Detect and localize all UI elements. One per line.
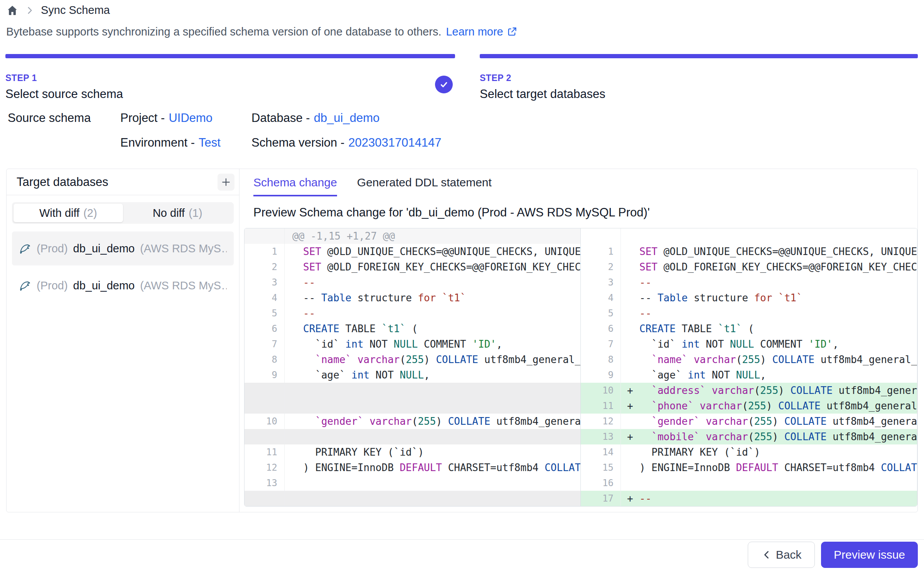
tab-generated-ddl[interactable]: Generated DDL statement — [357, 176, 492, 196]
schema-diff-view: @@ -1,15 +1,27 @@1SET @OLD_UNIQUE_CHECKS… — [244, 228, 917, 507]
diff-row-new: 8 `name` varchar(255) COLLATE utf8mb4_ge… — [581, 352, 917, 367]
tab-schema-change[interactable]: Schema change — [253, 176, 337, 196]
main-card: Target databases With diff (2) No diff (… — [6, 169, 918, 512]
step-1: STEP 1 Select source schema — [5, 54, 455, 101]
step-1-progress-bar — [5, 54, 455, 58]
code-line: + `mobile` varchar(255) COLLATE utf8mb4_… — [621, 429, 917, 444]
diff-left-pane: @@ -1,15 +1,27 @@1SET @OLD_UNIQUE_CHECKS… — [244, 228, 581, 506]
code-line — [285, 398, 580, 414]
database-environment: (Prod) — [37, 279, 68, 292]
diff-row-old: 13 — [244, 475, 580, 491]
step-1-title: Select source schema — [5, 87, 455, 101]
target-databases-title: Target databases — [17, 175, 108, 189]
back-button-label: Back — [776, 548, 802, 561]
code-line: CREATE TABLE `t1` ( — [621, 321, 917, 336]
diff-row-new: 9 `age` int NOT NULL, — [581, 367, 917, 383]
code-line: SET @OLD_FOREIGN_KEY_CHECKS=@@FOREIGN_KE… — [285, 259, 580, 275]
line-number: 10 — [244, 414, 285, 429]
code-line — [285, 475, 580, 491]
diff-row-new: 5-- — [581, 306, 917, 321]
line-number — [244, 383, 285, 398]
diff-right-pane: 1SET @OLD_UNIQUE_CHECKS=@@UNIQUE_CHECKS,… — [581, 228, 917, 506]
diff-row-old: 7 `id` int NOT NULL COMMENT 'ID', — [244, 336, 580, 352]
diff-row-new: 14 PRIMARY KEY (`id`) — [581, 444, 917, 460]
environment-label: Environment - — [120, 136, 195, 150]
environment-link[interactable]: Test — [199, 136, 221, 150]
line-number: 14 — [581, 444, 621, 460]
schema-version-link[interactable]: 20230317014147 — [348, 136, 441, 150]
add-target-database-button[interactable] — [218, 174, 234, 191]
page-description: Bytebase supports synchronizing a specif… — [6, 25, 441, 38]
code-line: PRIMARY KEY (`id`) — [285, 444, 580, 460]
diff-row-new: 4-- Table structure for `t1` — [581, 290, 917, 306]
code-line: `age` int NOT NULL, — [621, 367, 917, 383]
code-line: `age` int NOT NULL, — [285, 367, 580, 383]
code-line: CREATE TABLE `t1` ( — [285, 321, 580, 336]
diff-row-new: 6CREATE TABLE `t1` ( — [581, 321, 917, 336]
diff-row-old: 6CREATE TABLE `t1` ( — [244, 321, 580, 336]
added-line-sign: + — [627, 383, 633, 398]
page-description-row: Bytebase supports synchronizing a specif… — [6, 25, 517, 38]
line-number — [244, 429, 285, 444]
chevron-right-icon — [25, 5, 35, 15]
footer-divider — [0, 539, 924, 540]
line-number: 15 — [581, 460, 621, 475]
database-label: Database - — [251, 111, 310, 125]
learn-more-link[interactable]: Learn more — [446, 25, 517, 38]
line-number: 5 — [244, 306, 285, 321]
code-line: + `phone` varchar(255) COLLATE utf8mb4_g… — [621, 398, 917, 414]
line-number — [244, 398, 285, 414]
diff-row-old: 10 `gender` varchar(255) COLLATE utf8mb4… — [244, 414, 580, 429]
diff-row-old: 8 `name` varchar(255) COLLATE utf8mb4_ge… — [244, 352, 580, 367]
line-number: 16 — [581, 475, 621, 491]
source-schema-version: Schema version - 20230317014147 — [251, 136, 442, 150]
schema-version-label: Schema version - — [251, 136, 344, 150]
code-line: SET @OLD_UNIQUE_CHECKS=@@UNIQUE_CHECKS, … — [621, 244, 917, 259]
diff-row-new: 11+ `phone` varchar(255) COLLATE utf8mb4… — [581, 398, 917, 414]
line-number: 4 — [581, 290, 621, 306]
line-number: 3 — [244, 275, 285, 290]
plus-icon — [220, 176, 232, 188]
target-databases-panel: Target databases With diff (2) No diff (… — [7, 169, 239, 512]
project-label: Project - — [120, 111, 165, 125]
tab-with-diff[interactable]: With diff (2) — [13, 204, 123, 222]
tab-no-diff[interactable]: No diff (1) — [123, 204, 233, 222]
code-line: `name` varchar(255) COLLATE utf8mb4_gene… — [621, 352, 917, 367]
diff-row-new: 10+ `address` varchar(255) COLLATE utf8m… — [581, 383, 917, 398]
target-database-list: (Prod) db_ui_demo (AWS RDS MyS… (Prod) d… — [7, 231, 239, 302]
diff-filter-segmented-control: With diff (2) No diff (1) — [12, 202, 234, 224]
with-diff-count: (2) — [83, 207, 97, 220]
added-line-sign: + — [627, 398, 633, 414]
line-number: 1 — [581, 244, 621, 259]
line-number: 6 — [581, 321, 621, 336]
line-number: 9 — [581, 367, 621, 383]
code-line — [621, 228, 917, 244]
schema-preview-panel: Schema change Generated DDL statement Pr… — [239, 169, 917, 512]
code-line: -- Table structure for `t1` — [285, 290, 580, 306]
project-link[interactable]: UIDemo — [169, 111, 212, 125]
code-line: ) ENGINE=InnoDB DEFAULT CHARSET=utf8mb4 … — [285, 460, 580, 475]
code-line: -- Table structure for `t1` — [621, 290, 917, 306]
diff-row-old: 1SET @OLD_UNIQUE_CHECKS=@@UNIQUE_CHECKS,… — [244, 244, 580, 259]
preview-issue-label: Preview issue — [834, 548, 905, 561]
no-diff-label: No diff — [153, 207, 185, 220]
code-line: + `address` varchar(255) COLLATE utf8mb4… — [621, 383, 917, 398]
line-number: 9 — [244, 367, 285, 383]
back-button[interactable]: Back — [748, 542, 815, 568]
line-number: 4 — [244, 290, 285, 306]
diff-row-new: 17+-- — [581, 491, 917, 506]
database-link[interactable]: db_ui_demo — [314, 111, 380, 125]
database-list-item[interactable]: (Prod) db_ui_demo (AWS RDS MyS… — [12, 269, 234, 302]
diff-row-old: 12) ENGINE=InnoDB DEFAULT CHARSET=utf8mb… — [244, 460, 580, 475]
preview-issue-button[interactable]: Preview issue — [821, 542, 918, 568]
line-number: 8 — [244, 352, 285, 367]
line-number: 11 — [581, 398, 621, 414]
line-number: 5 — [581, 306, 621, 321]
home-icon[interactable] — [6, 4, 19, 17]
database-list-item[interactable]: (Prod) db_ui_demo (AWS RDS MyS… — [12, 231, 234, 265]
diff-row-old — [244, 429, 580, 444]
diff-row-old: 4-- Table structure for `t1` — [244, 290, 580, 306]
code-line: `gender` varchar(255) COLLATE utf8mb4_ge… — [621, 414, 917, 429]
code-line: `id` int NOT NULL COMMENT 'ID', — [285, 336, 580, 352]
diff-row-new: 16 — [581, 475, 917, 491]
